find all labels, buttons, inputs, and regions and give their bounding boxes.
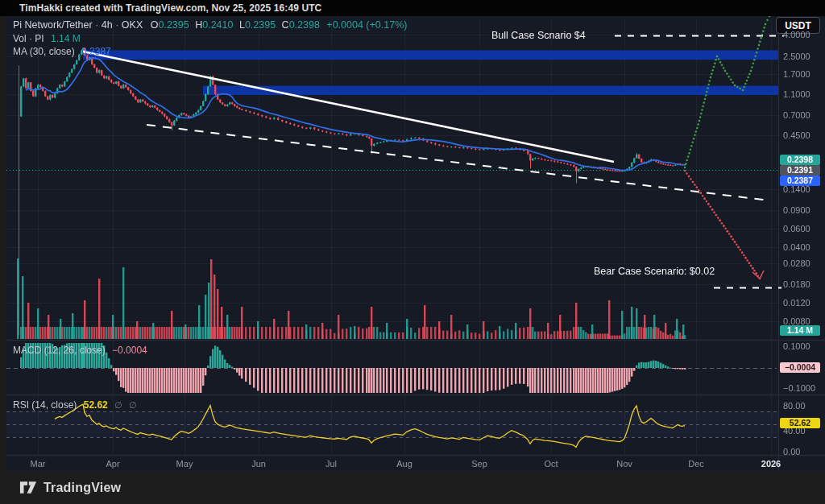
open-value: 0.2395 bbox=[158, 19, 189, 31]
tradingview-logo[interactable]: TradingView bbox=[19, 480, 121, 495]
close-label: C bbox=[282, 19, 289, 31]
symbol-legend: Pi Network/Tether · 4h · OKX O0.2395 H0.… bbox=[13, 19, 407, 31]
change-value: +0.0004 (+0.17%) bbox=[326, 19, 407, 31]
exchange-label: OKX bbox=[122, 19, 143, 31]
ma-label[interactable]: MA (30, close) bbox=[13, 46, 75, 57]
time-axis[interactable] bbox=[6, 455, 778, 471]
rsi-legend: RSI (14, close) 52.62 ∅ ∅ bbox=[13, 399, 137, 411]
hidden-plot-icon[interactable]: ∅ bbox=[114, 400, 122, 410]
ma-value: 0.2387 bbox=[81, 46, 111, 57]
timeframe-label[interactable]: 4h bbox=[102, 19, 113, 31]
price-chart-canvas[interactable] bbox=[0, 0, 825, 504]
high-value: 0.2410 bbox=[202, 19, 233, 31]
bull-case-annotation: Bull Case Scnario $4 bbox=[491, 30, 586, 41]
rsi-label[interactable]: RSI (14, close) bbox=[13, 399, 77, 411]
footer-bar: TradingView bbox=[0, 471, 825, 504]
bear-case-annotation: Bear Case Scenario: $0.02 bbox=[594, 266, 715, 277]
low-value: 0.2395 bbox=[245, 19, 276, 31]
tradingview-logo-icon bbox=[19, 480, 37, 495]
tradingview-logo-text: TradingView bbox=[44, 481, 121, 495]
macd-label[interactable]: MACD (12, 26, close) bbox=[13, 345, 106, 356]
symbol-title[interactable]: Pi Network/Tether bbox=[13, 19, 93, 31]
close-value: 0.2398 bbox=[289, 19, 320, 31]
price-axis[interactable] bbox=[778, 16, 825, 455]
volume-legend: Vol · PI 1.14 M bbox=[13, 33, 81, 44]
legend-separator: · bbox=[95, 19, 98, 31]
ma-legend: MA (30, close) 0.2387 bbox=[13, 46, 111, 57]
tradingview-chart-page: TimHakki created with TradingView.com, N… bbox=[0, 0, 825, 504]
macd-legend: MACD (12, 26, close) −0.0004 bbox=[13, 345, 147, 356]
rsi-value: 52.62 bbox=[84, 399, 108, 411]
attribution-bar: TimHakki created with TradingView.com, N… bbox=[0, 0, 825, 16]
high-label: H bbox=[195, 19, 202, 31]
macd-value: −0.0004 bbox=[112, 345, 147, 356]
hidden-plot-icon[interactable]: ∅ bbox=[129, 400, 137, 410]
attribution-text: TimHakki created with TradingView.com, N… bbox=[19, 2, 321, 14]
low-label: L bbox=[239, 19, 245, 31]
legend-separator: · bbox=[115, 19, 118, 31]
volume-value: 1.14 M bbox=[51, 33, 81, 44]
volume-label[interactable]: Vol · PI bbox=[13, 33, 44, 44]
open-label: O bbox=[151, 19, 159, 31]
